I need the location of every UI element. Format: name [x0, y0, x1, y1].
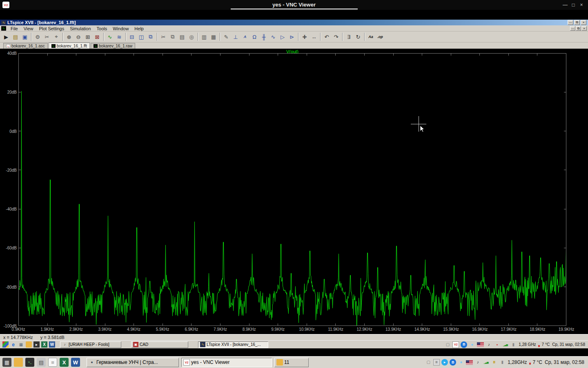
menu-window[interactable]: Window [110, 26, 131, 31]
text-editor-icon[interactable]: ≡ [48, 358, 57, 367]
print-icon[interactable]: ▦ [209, 32, 218, 41]
battery-icon[interactable]: ▮ [499, 359, 506, 366]
tab-bokarev_16_1.asc[interactable]: ∿bokarev_16_1.asc [3, 43, 48, 49]
cut-tool-icon[interactable]: ✂ [42, 32, 51, 41]
move-icon[interactable]: ✚ [300, 32, 309, 41]
rotate-icon[interactable]: ↻ [354, 32, 363, 41]
key-icon[interactable]: ¤ [491, 359, 497, 366]
media-icon[interactable]: ▸ [33, 341, 40, 348]
capacitor-icon[interactable]: ╫ [259, 32, 268, 41]
redo-icon[interactable]: ↷ [332, 32, 341, 41]
display-icon[interactable]: ▢ [444, 341, 451, 348]
notes-icon[interactable]: ≡ [433, 359, 440, 366]
window-close-button[interactable]: × [581, 20, 586, 25]
copy-icon[interactable]: ⧉ [168, 32, 177, 41]
network-icon[interactable]: ▁▃▅ [483, 359, 489, 366]
text-icon[interactable]: Aa [366, 32, 375, 41]
plot-pane[interactable]: V(out) 40dB20dB0dB-20dB-40dB-60dB-80dB-1… [0, 49, 588, 334]
drag-icon[interactable]: ↔ [310, 32, 318, 41]
keyboard-flag-icon[interactable] [477, 342, 484, 347]
cut-icon[interactable]: ✂ [159, 32, 168, 41]
ltspice-task[interactable]: ∿LTspice XVII - [bokarev_16_... [198, 341, 268, 348]
save-icon[interactable]: ▣ [20, 32, 29, 41]
tile-horizontal-icon[interactable]: ⊟ [127, 32, 136, 41]
spreadsheet-icon[interactable]: X [60, 358, 69, 367]
probe-icon[interactable]: ⌖ [52, 32, 61, 41]
writer-icon[interactable]: W [71, 358, 80, 367]
inductor-icon[interactable]: ∿ [269, 32, 278, 41]
tile-vertical-icon[interactable]: ◫ [137, 32, 146, 41]
indicator-icon[interactable]: ● [494, 341, 500, 348]
mdi-minimize-button[interactable]: — [570, 26, 575, 31]
vnc-close-button[interactable]: × [577, 2, 586, 8]
mirror-icon[interactable]: ∃ [344, 32, 353, 41]
file-manager-icon[interactable] [14, 358, 23, 367]
paste-icon[interactable]: ▤ [178, 32, 187, 41]
drop-icon[interactable]: ● [469, 341, 475, 348]
undo-icon[interactable]: ↶ [322, 32, 331, 41]
cad-task[interactable]: ▣CAD [131, 341, 188, 348]
print-preview-icon[interactable]: ▥ [200, 32, 209, 41]
fft-plot-canvas[interactable] [18, 53, 566, 326]
zoom-out-icon[interactable]: ⊖ [74, 32, 83, 41]
writer-icon[interactable]: W [49, 341, 55, 348]
waveform-icon[interactable]: ∿ [105, 32, 114, 41]
window-restore-button[interactable]: ⧉ [574, 20, 580, 25]
network-icon[interactable]: ▁▃▅ [502, 341, 508, 348]
window-minimize-button[interactable]: — [568, 20, 573, 25]
ground-icon[interactable]: ⊥ [231, 32, 240, 41]
component-icon[interactable]: ⊳ [287, 32, 296, 41]
find-icon[interactable]: ◎ [187, 32, 196, 41]
app-menu-icon[interactable]: ▦ [2, 358, 11, 367]
fft-icon[interactable]: ≋ [115, 32, 124, 41]
battery-icon[interactable]: ▮ [510, 341, 517, 348]
printer-icon[interactable]: ▤ [37, 358, 46, 367]
menu-view[interactable]: View [21, 26, 36, 31]
spreadsheet-icon[interactable]: X [41, 341, 47, 348]
keyboard-flag-icon[interactable] [466, 360, 473, 365]
diode-icon[interactable]: ▷ [278, 32, 287, 41]
open-icon[interactable]: ▤ [11, 32, 20, 41]
browser-icon[interactable]: e [10, 341, 16, 348]
mdi-close-button[interactable]: × [581, 26, 587, 31]
zoom-in-icon[interactable]: ⊕ [65, 32, 74, 41]
desktop-icon[interactable]: ▦ [18, 341, 24, 348]
menu-tools[interactable]: Tools [94, 26, 110, 31]
resistor-icon[interactable]: Ω [250, 32, 259, 41]
mdi-restore-button[interactable]: ⧉ [576, 26, 581, 31]
tab-bokarev_16_1.raw[interactable]: ∿bokarev_16_1.raw [91, 43, 135, 49]
tab-label: bokarev_16_1.asc [11, 44, 45, 48]
menu-help[interactable]: Help [131, 26, 147, 31]
music-player-task[interactable]: ♪[URIAH HEEP - Fools] [60, 341, 121, 348]
control-panel-icon[interactable]: ⚙ [33, 32, 42, 41]
run-icon[interactable]: ▶ [2, 32, 11, 41]
tab-bokarev_16_1.fft[interactable]: ∿bokarev_16_1.fft [49, 43, 90, 49]
clock[interactable]: Ср, 31 мар, 02:58 [545, 359, 584, 365]
spice-directive-icon[interactable]: .op [376, 32, 385, 41]
file-manager-task[interactable]: 11 [274, 358, 309, 367]
telegram-icon[interactable]: ▶ [441, 359, 448, 366]
vnc-server-icon[interactable]: V2 [452, 341, 459, 348]
vnc-minimize-button[interactable]: — [561, 2, 569, 8]
folder-icon[interactable] [26, 341, 32, 348]
zoom-area-icon[interactable]: ⊞ [83, 32, 92, 41]
drop-icon[interactable]: ● [458, 359, 464, 366]
clock[interactable]: Ср, 31 мар, 02:58 [552, 342, 585, 347]
menu-plot-settings[interactable]: Plot Settings [36, 26, 67, 31]
wire-icon[interactable]: ✎ [222, 32, 231, 41]
vnc-viewer-task[interactable]: V2yes - VNC Viewer [181, 358, 272, 367]
cascade-icon[interactable]: ⧉ [146, 32, 155, 41]
label-icon[interactable]: A [241, 32, 249, 41]
start-icon[interactable] [2, 341, 9, 348]
menu-simulation[interactable]: Simulation [67, 26, 94, 31]
bluetooth-icon[interactable]: B [450, 359, 456, 366]
terminal-icon[interactable]: >_ [25, 358, 34, 367]
vnc-maximize-button[interactable]: □ [569, 2, 577, 8]
volume-icon[interactable]: ♪ [486, 341, 492, 348]
volume-icon[interactable]: ♪ [474, 359, 481, 366]
bluetooth-icon[interactable]: B [461, 341, 467, 348]
zoom-full-icon[interactable]: ⊠ [93, 32, 102, 41]
browser-task[interactable]: ●Германиевые УНЧ | Стра... [87, 358, 179, 367]
menu-file[interactable]: File [8, 26, 21, 31]
display-icon[interactable]: ▢ [425, 359, 432, 366]
